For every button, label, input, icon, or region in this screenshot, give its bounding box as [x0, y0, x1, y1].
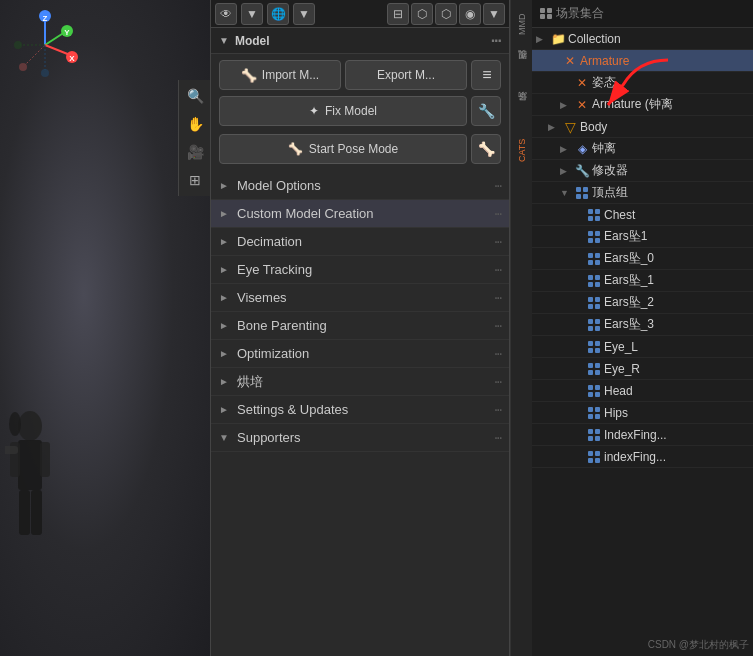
menu-item-dots-4[interactable]: ···: [494, 289, 501, 307]
grid-icon[interactable]: ⊞: [183, 168, 207, 192]
outliner-expand-3[interactable]: ▶: [560, 100, 572, 110]
outliner-icon-14: [586, 339, 602, 355]
outliner-item-14[interactable]: Eye_L: [532, 336, 753, 358]
svg-rect-69: [588, 436, 593, 441]
outliner-item-13[interactable]: Ears坠_3: [532, 314, 753, 336]
sphere2-icon-btn[interactable]: ⬡: [435, 3, 457, 25]
svg-rect-35: [588, 253, 593, 258]
outliner-expand-5[interactable]: ▶: [560, 144, 572, 154]
sphere3-icon-btn[interactable]: ◉: [459, 3, 481, 25]
menu-item-arrow-7: ►: [219, 376, 231, 387]
outliner-item-9[interactable]: Ears坠1: [532, 226, 753, 248]
side-btn-cats[interactable]: CATS: [513, 130, 531, 170]
outliner-icon-1: ✕: [562, 53, 578, 69]
layout-icon-btn[interactable]: ⊟: [387, 3, 409, 25]
svg-point-14: [41, 69, 49, 77]
outliner-item-3[interactable]: ▶ ✕ Armature (钟离: [532, 94, 753, 116]
hand-icon[interactable]: ✋: [183, 112, 207, 136]
menu-item-label-4: Visemes: [237, 290, 488, 305]
outliner-expand-6[interactable]: ▶: [560, 166, 572, 176]
outliner-item-0[interactable]: ▶ 📁 Collection: [532, 28, 753, 50]
outliner-item-17[interactable]: Hips: [532, 402, 753, 424]
menu-item-label-1: Custom Model Creation: [237, 206, 488, 221]
menu-item-dots-5[interactable]: ···: [494, 317, 501, 335]
menu-item-dots-3[interactable]: ···: [494, 261, 501, 279]
outliner-expand-4[interactable]: ▶: [548, 122, 560, 132]
outliner-item-4[interactable]: ▶ ▽ Body: [532, 116, 753, 138]
view-icon-btn[interactable]: 👁: [215, 3, 237, 25]
import-btn[interactable]: 🦴Import M...: [219, 60, 341, 90]
svg-rect-30: [595, 216, 600, 221]
svg-rect-34: [595, 238, 600, 243]
svg-rect-43: [588, 297, 593, 302]
outliner-item-12[interactable]: Ears坠_2: [532, 292, 753, 314]
svg-rect-18: [40, 442, 50, 477]
svg-rect-42: [595, 282, 600, 287]
svg-rect-49: [588, 326, 593, 331]
fix-model-btn[interactable]: ✦ Fix Model: [219, 96, 467, 126]
svg-rect-53: [588, 348, 593, 353]
outliner-item-11[interactable]: Ears坠_1: [532, 270, 753, 292]
menu-item-dots-2[interactable]: ···: [494, 233, 501, 251]
export-btn[interactable]: Export M...: [345, 60, 467, 90]
outliner-expand-7[interactable]: ▼: [560, 188, 572, 198]
outliner-icon-15: [586, 361, 602, 377]
menu-item-dots-6[interactable]: ···: [494, 345, 501, 363]
svg-rect-50: [595, 326, 600, 331]
menu-item-7[interactable]: ► 烘培 ···: [211, 368, 509, 396]
outliner-item-15[interactable]: Eye_R: [532, 358, 753, 380]
svg-rect-48: [595, 319, 600, 324]
outliner-item-6[interactable]: ▶ 🔧 修改器: [532, 160, 753, 182]
view-dropdown-btn[interactable]: ▼: [241, 3, 263, 25]
menu-item-dots-7[interactable]: ···: [494, 373, 501, 391]
outliner-icon-7: [574, 185, 590, 201]
outliner-expand-0[interactable]: ▶: [536, 34, 548, 44]
model-section-header[interactable]: ▼ Model ···: [211, 28, 509, 54]
sphere1-icon-btn[interactable]: ⬡: [411, 3, 433, 25]
menu-item-9[interactable]: ▼ Supporters ···: [211, 424, 509, 452]
svg-rect-40: [595, 275, 600, 280]
model-dots-menu[interactable]: ···: [491, 32, 501, 50]
globe-icon-btn[interactable]: 🌐: [267, 3, 289, 25]
menu-item-0[interactable]: ► Model Options ···: [211, 172, 509, 200]
outliner-item-7[interactable]: ▼ 顶点组: [532, 182, 753, 204]
side-btn-view[interactable]: 视图: [513, 46, 531, 86]
start-pose-btn[interactable]: 🦴 Start Pose Mode: [219, 134, 467, 164]
svg-rect-67: [588, 429, 593, 434]
menu-item-dots-9[interactable]: ···: [494, 429, 501, 447]
outliner-item-1[interactable]: ✕ Armature: [532, 50, 753, 72]
camera-icon[interactable]: 🎥: [183, 140, 207, 164]
side-btn-scene[interactable]: 场景: [513, 88, 531, 128]
menu-item-4[interactable]: ► Visemes ···: [211, 284, 509, 312]
menu-item-6[interactable]: ► Optimization ···: [211, 340, 509, 368]
outliner-item-10[interactable]: Ears坠_0: [532, 248, 753, 270]
outliner-item-19[interactable]: indexFing...: [532, 446, 753, 468]
menu-dots-btn[interactable]: ≡: [471, 60, 501, 90]
menu-item-dots-0[interactable]: ···: [494, 177, 501, 195]
outliner-name-0: Collection: [568, 32, 749, 46]
side-btn-mmd[interactable]: MMD: [513, 4, 531, 44]
menu-item-arrow-0: ►: [219, 180, 231, 191]
pose-icon-btn[interactable]: 🦴: [471, 134, 501, 164]
magnify-icon[interactable]: 🔍: [183, 84, 207, 108]
svg-rect-23: [576, 187, 581, 192]
watermark: CSDN @梦北村的枫子: [648, 638, 749, 652]
outliner-item-2[interactable]: ✕ 姿态: [532, 72, 753, 94]
outliner-item-8[interactable]: Chest: [532, 204, 753, 226]
outliner-item-16[interactable]: Head: [532, 380, 753, 402]
wrench-btn[interactable]: 🔧: [471, 96, 501, 126]
dropdown-icon-btn[interactable]: ▼: [483, 3, 505, 25]
menu-item-3[interactable]: ► Eye Tracking ···: [211, 256, 509, 284]
menu-item-5[interactable]: ► Bone Parenting ···: [211, 312, 509, 340]
menu-item-8[interactable]: ► Settings & Updates ···: [211, 396, 509, 424]
menu-item-1[interactable]: ► Custom Model Creation ···: [211, 200, 509, 228]
menu-item-dots-8[interactable]: ···: [494, 401, 501, 419]
menu-item-2[interactable]: ► Decimation ···: [211, 228, 509, 256]
outliner-name-4: Body: [580, 120, 749, 134]
svg-rect-25: [576, 194, 581, 199]
menu-item-dots-1[interactable]: ···: [494, 205, 501, 223]
outliner-item-5[interactable]: ▶ ◈ 钟离: [532, 138, 753, 160]
globe-dropdown-btn[interactable]: ▼: [293, 3, 315, 25]
export-btn-label: Export M...: [377, 68, 435, 82]
outliner-item-18[interactable]: IndexFing...: [532, 424, 753, 446]
